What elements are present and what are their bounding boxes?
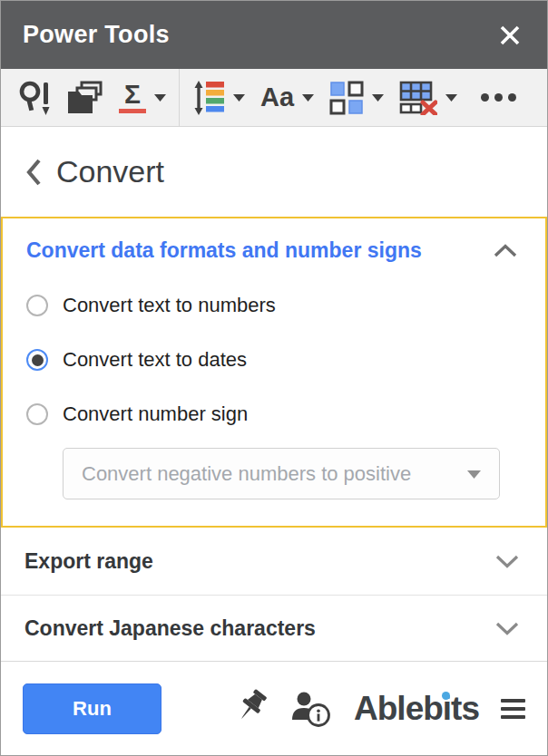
split-dropdown-caret[interactable]: [372, 73, 384, 123]
radio-convert-text-to-dates[interactable]: Convert text to dates: [26, 348, 522, 372]
section-title: Export range: [24, 549, 153, 574]
radio-label: Convert number sign: [63, 402, 248, 426]
dropdown-arrow-icon: [467, 466, 481, 482]
dropdown-value: Convert negative numbers to positive: [82, 462, 411, 486]
pin-icon[interactable]: [234, 689, 269, 729]
run-button[interactable]: Run: [23, 683, 161, 734]
section-title: Convert Japanese characters: [24, 616, 316, 641]
sort-dropdown-caret[interactable]: [233, 73, 245, 123]
radio-convert-text-to-numbers[interactable]: Convert text to numbers: [26, 294, 522, 317]
split-data-icon[interactable]: [329, 73, 364, 123]
page-title[interactable]: Convert: [56, 154, 164, 189]
user-info-icon[interactable]: [290, 690, 332, 728]
back-chevron-icon[interactable]: [24, 158, 43, 187]
radio-label: Convert text to numbers: [63, 294, 276, 317]
sort-data-icon[interactable]: [194, 73, 225, 123]
sigma-glyph: Σ: [124, 82, 141, 107]
breadcrumb: Convert: [1, 127, 547, 217]
text-dropdown-caret[interactable]: [302, 73, 314, 123]
aa-glyph: Aa: [260, 82, 294, 112]
section-convert-japanese[interactable]: Convert Japanese characters: [1, 596, 547, 662]
combine-sheets-icon[interactable]: [67, 73, 103, 123]
section-export-range[interactable]: Export range: [1, 528, 547, 596]
close-icon[interactable]: [494, 20, 525, 51]
dedupe-compare-icon[interactable]: [19, 73, 52, 123]
clear-table-icon[interactable]: [399, 73, 437, 123]
ablebits-logo[interactable]: Ablebits: [354, 692, 479, 725]
toolbar: Σ Aa: [1, 69, 547, 127]
radio-label: Convert text to dates: [63, 348, 247, 372]
expand-chevron-down-icon[interactable]: [491, 617, 524, 640]
ablebits-logo-text: Ablebits: [354, 690, 479, 727]
radio-circle[interactable]: [26, 403, 48, 425]
ablebits-logo-blue-dot: [442, 692, 450, 700]
more-tools-icon[interactable]: [481, 73, 516, 123]
power-tools-panel: Power Tools Σ: [0, 0, 548, 756]
footer: Run: [1, 662, 547, 755]
section-title[interactable]: Convert data formats and number signs: [26, 238, 422, 263]
titlebar: Power Tools: [1, 1, 547, 69]
app-title: Power Tools: [23, 21, 170, 49]
radio-convert-number-sign[interactable]: Convert number sign: [26, 402, 522, 426]
formulas-dropdown-caret[interactable]: [154, 73, 166, 123]
clear-dropdown-caret[interactable]: [445, 73, 457, 123]
toolbar-divider: [179, 69, 180, 127]
expand-chevron-down-icon[interactable]: [491, 550, 524, 573]
number-sign-dropdown[interactable]: Convert negative numbers to positive: [63, 448, 500, 499]
text-case-icon[interactable]: Aa: [260, 73, 294, 123]
radio-circle[interactable]: [26, 349, 48, 371]
formulas-sum-icon[interactable]: Σ: [119, 73, 146, 123]
collapse-chevron-up-icon[interactable]: [489, 239, 522, 262]
sigma-red-underline: [119, 109, 146, 113]
section-convert-data-formats: Convert data formats and number signs Co…: [1, 217, 547, 528]
radio-circle[interactable]: [26, 295, 48, 316]
menu-icon[interactable]: [501, 699, 525, 719]
